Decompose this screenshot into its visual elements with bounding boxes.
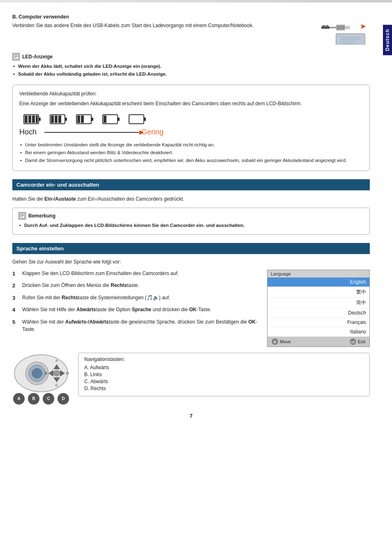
svg-text:B: B [45,371,47,375]
nav-info-box: Navigationstasten: A. Aufwärts B. Links … [78,353,370,396]
svg-text:OK: OK [350,340,355,344]
battery-empty [129,113,147,125]
step-5-text: Wählen Sie mit der Aufwärts-/Abwärtstast… [22,318,259,333]
footer-exit-label: Exit [358,339,365,344]
battery-bullet-2: Damit die Stromversorgung nicht plötzlic… [19,157,363,164]
gering-label: Gering [141,128,164,136]
computer-body: Verbinden Sie das andere Ende des USB-Ka… [12,22,312,29]
battery-three-quarter [50,113,68,125]
footer-move-label: Move [280,339,291,344]
move-icon: ⊕ [272,338,278,345]
camcorder-note-bullet: Durch Auf- und Zuklappen des LCD-Bildsch… [18,222,364,229]
lang-item-deutsch[interactable]: Deutsch [267,308,369,318]
svg-rect-7 [342,26,344,29]
battery-bullet-1: Bei einem geringen Akkustand werden Blit… [19,149,363,156]
step-3-num: 3 [12,294,19,302]
camcorder-bold: Ein-/Austaste [44,196,76,202]
svg-rect-42 [129,115,144,124]
svg-rect-9 [346,26,350,29]
step-3-text: Rufen Sie mit der Rechtstaste die System… [22,294,170,301]
step-2-num: 2 [12,282,19,290]
step-4-text: Wählen Sie mit Hilfe der Abwärtstaste di… [22,306,211,313]
svg-rect-1 [323,25,325,26]
camcorder-note-bullets: Durch Auf- und Zuklappen des LCD-Bildsch… [18,222,364,229]
sprache-steps: 1 Klappen Sie den LCD-Bildschirm zum Ein… [12,270,259,347]
nav-diagram: A B C D A B C D [12,353,370,405]
nav-info-title: Navigationstasten: [84,356,364,362]
svg-rect-27 [28,116,31,123]
svg-rect-37 [77,116,80,123]
svg-text:➤: ➤ [360,22,366,30]
svg-rect-32 [51,116,54,123]
btn-a[interactable]: A [13,393,25,405]
battery-bullets: Unter bestimmten Umständen stellt die An… [19,141,363,164]
svg-rect-5 [337,26,339,29]
svg-text:D: D [66,371,69,375]
note-icon [12,53,20,60]
lang-item-simplified-chinese[interactable]: 简中 [267,298,369,308]
nav-item-3: D. Rechts [84,386,364,391]
language-menu-area: Language English 繁中 简中 Deutsch Français … [267,270,370,347]
lang-menu-title: Language [267,270,369,278]
svg-text:⊕: ⊕ [273,340,277,344]
svg-rect-41 [104,116,106,123]
battery-quarter [102,113,120,125]
svg-text:A: A [55,358,58,363]
svg-rect-33 [55,116,58,123]
led-bullet-1: Wenn der Akku lädt, schaltet sich die LE… [12,63,370,69]
svg-point-60 [53,370,60,377]
led-bullets: Wenn der Akku lädt, schaltet sich die LE… [12,63,370,77]
lang-item-traditional-chinese[interactable]: 繁中 [267,287,369,298]
numbered-steps-list: 1 Klappen Sie den LCD-Bildschirm zum Ein… [12,270,259,333]
lang-item-francais[interactable]: Français [267,318,369,327]
svg-rect-34 [58,116,61,123]
step-3: 3 Rufen Sie mit der Rechtstaste die Syst… [12,294,259,302]
led-title: LED-Anzeige [22,54,53,60]
nav-item-0: A. Aufwärts [84,365,364,370]
btn-a-label: A [17,396,20,401]
computer-text-block: B. Computer verwenden Verbinden Sie das … [12,14,312,29]
lang-item-italiano[interactable]: Italiano [267,327,369,337]
svg-point-55 [32,368,42,378]
battery-half [76,113,94,125]
camcorder-note-box: Bemerkung Durch Auf- und Zuklappen des L… [12,208,370,234]
section-sprache-header: Sprache einstellen [12,243,370,254]
led-bullet-2: Sobald der Akku vollständig geladen ist,… [12,71,370,77]
hoch-gering-row: Hoch ▶ Gering [19,128,363,136]
lang-item-english[interactable]: English [267,278,369,287]
step-2: 2 Drücken Sie zum Öffnen des Menüs die R… [12,282,259,290]
step-5: 5 Wählen Sie mit der Aufwärts-/Abwärtsta… [12,318,259,333]
footer-exit: OK Exit [350,338,365,345]
abcd-button-row: A B C D [12,393,70,405]
svg-rect-36 [91,118,93,121]
language-menu: Language English 繁中 简中 Deutsch Français … [267,270,370,347]
step-1-num: 1 [12,270,19,278]
svg-rect-26 [25,116,28,123]
svg-rect-2 [326,25,328,26]
btn-c-label: C [47,396,50,401]
battery-full [23,113,42,125]
svg-rect-43 [144,118,146,121]
btn-b-label: B [32,396,35,401]
nav-info-list: A. Aufwärts B. Links C. Abwärts D. Recht… [84,365,364,391]
note-icon-2 [18,212,26,220]
nav-image-area: A B C D A B C D [12,353,70,405]
svg-rect-29 [36,116,38,123]
btn-b[interactable]: B [28,393,39,405]
step-1-text: Klappen Sie den LCD-Bildschirm zum Einsc… [22,270,179,277]
footer-move: ⊕ Move [272,338,291,345]
svg-rect-40 [118,118,120,121]
step-5-num: 5 [12,318,19,326]
battery-box-title: Verbleibende Akkukapazität prüfen: [19,91,363,97]
sprache-content: 1 Klappen Sie den LCD-Bildschirm zum Ein… [12,270,370,347]
svg-rect-0 [321,26,330,29]
sprache-intro: Gehen Sie zur Auswahl der Sprache wie fo… [12,259,370,265]
svg-rect-28 [32,116,35,123]
svg-rect-6 [340,26,341,29]
btn-d[interactable]: D [58,393,69,405]
btn-c[interactable]: C [43,393,54,405]
step-1: 1 Klappen Sie den LCD-Bildschirm zum Ein… [12,270,259,278]
hoch-label: Hoch [19,128,42,136]
battery-box-desc: Eine Anzeige der verbleibenden Akkukapaz… [19,100,363,107]
svg-text:C: C [55,383,58,387]
